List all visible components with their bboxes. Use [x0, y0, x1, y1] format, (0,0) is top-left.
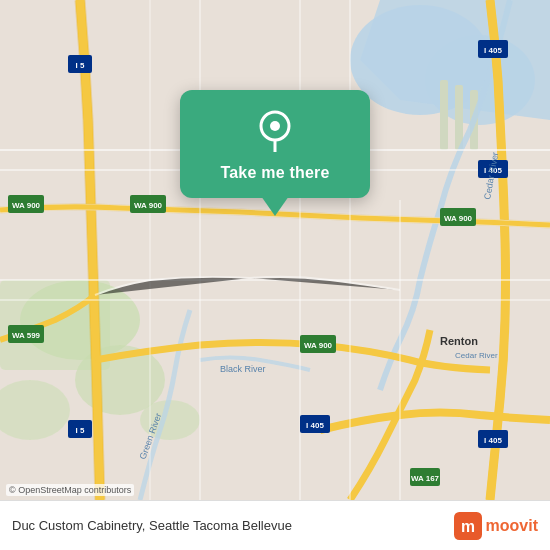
svg-text:Renton: Renton [440, 335, 478, 347]
info-bar: Duc Custom Cabinetry, Seattle Tacoma Bel… [0, 500, 550, 550]
svg-rect-9 [440, 80, 448, 150]
svg-text:WA 167: WA 167 [411, 474, 440, 483]
moovit-logo: m moovit [454, 512, 538, 540]
svg-text:I 5: I 5 [76, 61, 85, 70]
moovit-name: moovit [486, 517, 538, 535]
popup-card: Take me there [180, 90, 370, 198]
svg-text:WA 900: WA 900 [134, 201, 163, 210]
svg-point-51 [270, 121, 280, 131]
map-background: I 5 I 5 I 405 I 405 I 405 WA 900 WA 900 … [0, 0, 550, 500]
location-text: Duc Custom Cabinetry, Seattle Tacoma Bel… [12, 518, 292, 533]
svg-text:WA 900: WA 900 [304, 341, 333, 350]
location-pin-icon [253, 108, 297, 152]
svg-text:Cedar River: Cedar River [455, 351, 498, 360]
svg-text:I 405: I 405 [484, 46, 502, 55]
map-container: I 5 I 5 I 405 I 405 I 405 WA 900 WA 900 … [0, 0, 550, 500]
svg-text:I 405: I 405 [306, 421, 324, 430]
svg-text:I 5: I 5 [76, 426, 85, 435]
svg-text:WA 599: WA 599 [12, 331, 41, 340]
osm-attribution: © OpenStreetMap contributors [6, 484, 134, 496]
moovit-icon: m [454, 512, 482, 540]
take-me-there-button[interactable]: Take me there [220, 162, 329, 184]
svg-text:Black River: Black River [220, 364, 266, 374]
svg-text:I 405: I 405 [484, 436, 502, 445]
svg-text:WA 900: WA 900 [444, 214, 473, 223]
svg-text:WA 900: WA 900 [12, 201, 41, 210]
svg-text:m: m [461, 518, 475, 535]
